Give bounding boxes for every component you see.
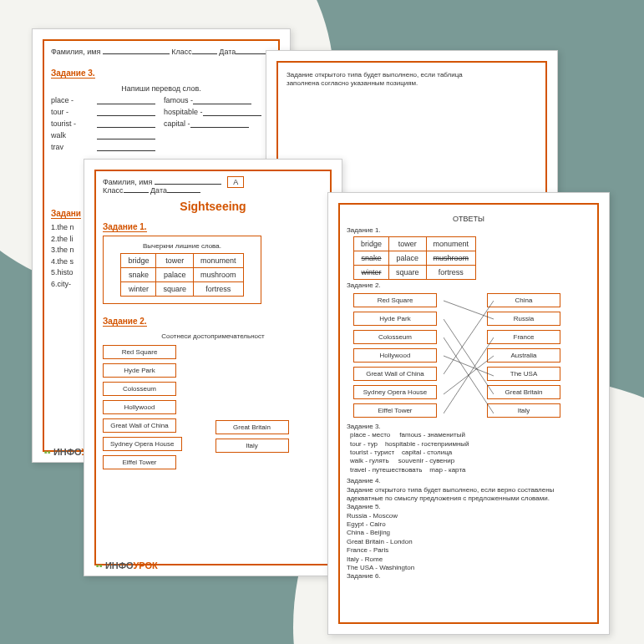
cell: winter: [354, 266, 389, 280]
svg-line-4: [444, 301, 494, 374]
cell: tower: [156, 254, 194, 268]
sight-item: Great Wall of China: [103, 418, 176, 433]
svg-line-6: [444, 337, 494, 413]
class-label: Класс: [103, 186, 124, 195]
task3-instruction: Напиши перевод слов.: [51, 84, 271, 93]
header-row: Фамилия, имя А Класс Дата: [103, 178, 323, 195]
cell: palace: [156, 268, 194, 282]
answers-title: ОТВЕТЫ: [347, 215, 591, 223]
name-label: Фамилия, имя: [103, 178, 152, 186]
svg-line-0: [444, 301, 494, 319]
cell: mushroom: [426, 251, 476, 266]
cell: fortress: [426, 266, 476, 280]
task1-instruction: Вычеркни лишние слова.: [107, 242, 257, 250]
country-item: Great Britain: [216, 420, 289, 434]
task1-table: bridgetowermonumentsnakepalacemushroomwi…: [120, 253, 243, 297]
sight-item: Red Square: [353, 293, 437, 307]
cell: snake: [354, 251, 389, 266]
task3-text: place - место famous - знаменитый tour -…: [350, 431, 591, 474]
sight-item: Hyde Park: [103, 363, 176, 378]
country-item: Italy: [487, 403, 560, 418]
sight-item: Colosseum: [103, 382, 176, 396]
country-item: France: [487, 330, 560, 344]
svg-line-1: [444, 319, 494, 394]
task2-instruction: Соотнеси достопримечательност: [103, 332, 323, 340]
sight-item: Hollywood: [353, 348, 437, 363]
svg-line-5: [444, 356, 494, 394]
task5-title: Задание 5.: [347, 503, 591, 511]
sight-item: Red Square: [103, 345, 176, 359]
cell: monument: [426, 237, 476, 251]
header-row: Фамилия, имя Класс Дата: [51, 48, 271, 56]
date-label: Дата: [219, 48, 236, 56]
task4-text: Задание открытого типа будет выполнено, …: [347, 486, 591, 504]
task3-title: Задание 3.: [347, 423, 591, 431]
task1-title: Задание 1.: [347, 226, 591, 235]
task2-title: Задание 2.: [347, 281, 591, 290]
sight-item: Sydney Opera House: [353, 385, 437, 399]
sight-item: Great Wall of China: [353, 367, 437, 381]
logo: ▪▪ ИНФОУРОК: [96, 560, 158, 570]
task4-title: Задание 4.: [347, 477, 591, 485]
cell: fortress: [194, 282, 244, 297]
match-lines: [444, 292, 494, 426]
task5-text: Russia - Moscow Egypt - Cairo China - Be…: [347, 512, 591, 573]
page-frame: ОТВЕТЫ Задание 1. bridgetowermonumentsna…: [338, 203, 599, 624]
task3-title: Задание 3.: [51, 68, 95, 79]
cell: winter: [121, 282, 156, 297]
cell: snake: [121, 268, 156, 282]
sight-item: Eiffel Tower: [103, 455, 176, 469]
sight-item: Hollywood: [103, 400, 176, 414]
page3-text2: заполнена согласно указанным позициям.: [287, 79, 537, 88]
sight-item: Colosseum: [353, 330, 437, 344]
cell: bridge: [354, 237, 389, 251]
sight-item: Sydney Opera House: [103, 437, 182, 451]
variant-box: А: [227, 176, 244, 188]
cell: palace: [389, 251, 427, 266]
class-label: Класс: [171, 48, 192, 56]
name-label: Фамилия, имя: [51, 48, 100, 56]
task1-title: Задание 1.: [103, 222, 147, 232]
page3-text1: Задание открытого типа будет выполнено, …: [287, 71, 537, 79]
date-label: Дата: [150, 186, 167, 195]
cell: mushroom: [194, 268, 244, 282]
task6-title: Задание 6.: [347, 572, 591, 581]
country-item: Great Britain: [487, 385, 560, 399]
task1-answers-table: bridgetowermonumentsnakepalacemushroomwi…: [353, 236, 476, 280]
sight-item: Eiffel Tower: [353, 403, 437, 418]
cell: bridge: [121, 254, 156, 268]
cell: tower: [389, 237, 427, 251]
svg-line-2: [444, 337, 494, 413]
cell: monument: [194, 254, 244, 268]
page-title: Sightseeing: [103, 200, 323, 213]
worksheet-page-2: Фамилия, имя А Класс Дата Sightseeing За…: [84, 159, 342, 576]
page-frame: Фамилия, имя А Класс Дата Sightseeing За…: [94, 170, 332, 565]
cell: square: [389, 266, 427, 280]
svg-line-3: [444, 356, 494, 376]
country-item: Italy: [216, 439, 289, 453]
worksheet-page-4-answers: ОТВЕТЫ Задание 1. bridgetowermonumentsna…: [327, 192, 610, 635]
country-item: China: [487, 293, 560, 307]
country-item: The USA: [487, 367, 560, 381]
cell: square: [156, 282, 194, 297]
task-cut: Задани: [51, 209, 81, 219]
country-item: Russia: [487, 312, 560, 326]
task2-title: Задание 2.: [103, 317, 147, 327]
sight-item: Hyde Park: [353, 312, 437, 326]
country-item: Australia: [487, 348, 560, 363]
